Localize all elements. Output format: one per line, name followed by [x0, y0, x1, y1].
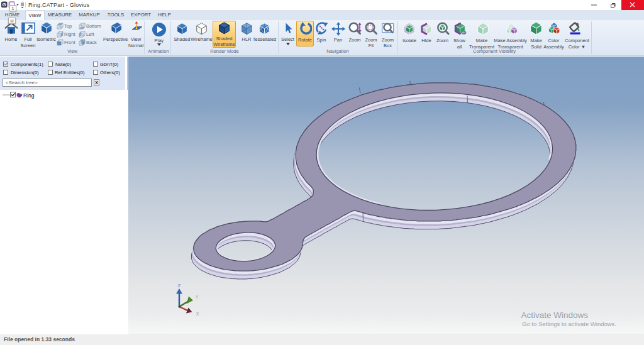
svg-text:Y: Y	[196, 295, 199, 299]
svg-text:Z: Z	[178, 283, 181, 288]
svg-text:G: G	[3, 2, 6, 8]
svg-text:GD: GD	[462, 31, 467, 34]
svg-text:X: X	[196, 312, 199, 316]
